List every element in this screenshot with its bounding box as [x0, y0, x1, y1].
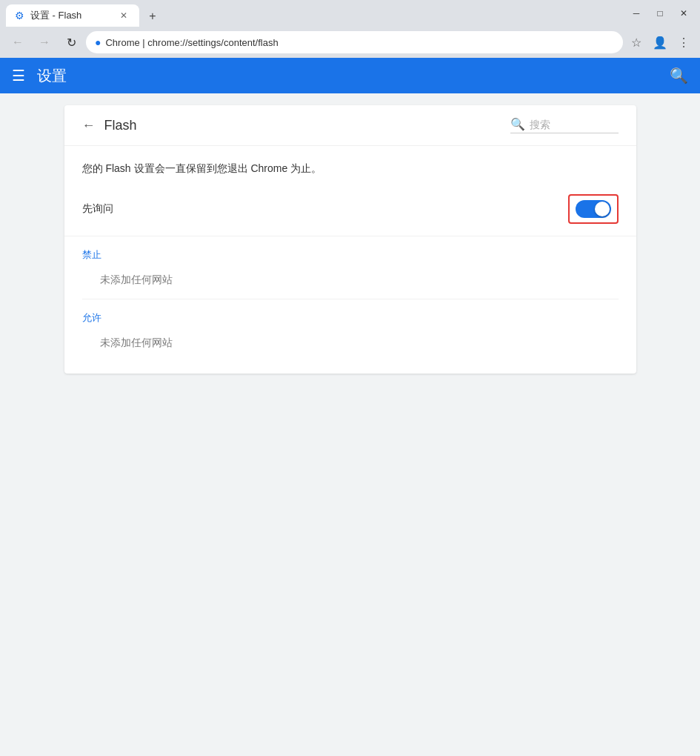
header-search-icon[interactable]: 🔍	[670, 67, 688, 84]
title-bar: ⚙ 设置 - Flash ✕ + ─ □ ✕	[0, 0, 700, 27]
brand-text: Chrome	[105, 37, 139, 48]
search-icon: 🔍	[510, 117, 525, 131]
close-button[interactable]: ✕	[673, 3, 694, 24]
address-text: Chrome | chrome://settings/content/flash	[105, 37, 278, 48]
flash-card: ← Flash 🔍 您的 Flash 设置会一直保留到您退出 Chrome 为止…	[64, 105, 636, 374]
tab-title: 设置 - Flash	[30, 9, 81, 22]
block-empty-state: 未添加任何网站	[64, 268, 636, 299]
address-row: ← → ↻ ● Chrome | chrome://settings/conte…	[0, 27, 700, 58]
header-title: 设置	[37, 66, 67, 86]
back-button[interactable]: ←	[82, 118, 96, 133]
active-tab[interactable]: ⚙ 设置 - Flash ✕	[6, 4, 139, 27]
flash-card-header: ← Flash 🔍	[64, 105, 636, 146]
minimize-button[interactable]: ─	[626, 3, 647, 24]
profile-button[interactable]: 👤	[650, 32, 670, 53]
allow-empty-state: 未添加任何网站	[64, 331, 636, 362]
content-panel: ← Flash 🔍 您的 Flash 设置会一直保留到您退出 Chrome 为止…	[0, 93, 700, 756]
maximize-button[interactable]: □	[650, 3, 670, 24]
close-tab-icon[interactable]: ✕	[117, 9, 130, 22]
chrome-settings-header: ☰ 设置 🔍	[0, 58, 700, 93]
back-nav-button[interactable]: ←	[6, 30, 30, 54]
gear-icon: ⚙	[15, 10, 24, 21]
security-icon: ●	[95, 36, 101, 48]
forward-nav-button[interactable]: →	[33, 30, 56, 54]
content-area: ← Flash 🔍 您的 Flash 设置会一直保留到您退出 Chrome 为止…	[0, 93, 700, 756]
browser-window: ⚙ 设置 - Flash ✕ + ─ □ ✕ ← → ↻ ● Chrome | …	[0, 0, 700, 756]
window-controls: ─ □ ✕	[626, 3, 694, 24]
tab-bar: ⚙ 设置 - Flash ✕ +	[6, 0, 626, 27]
new-tab-button[interactable]: +	[142, 6, 163, 27]
allow-section: 允许 未添加任何网站	[64, 299, 636, 374]
toggle-highlight	[568, 194, 619, 224]
flash-page-title: Flash	[104, 118, 137, 133]
search-section: 🔍	[510, 117, 619, 133]
menu-button[interactable]: ⋮	[673, 32, 694, 53]
address-bar[interactable]: ● Chrome | chrome://settings/content/fla…	[86, 31, 623, 53]
allow-section-header: 允许	[64, 299, 636, 331]
ask-first-label: 先询问	[82, 202, 113, 216]
ask-first-row: 先询问	[64, 188, 636, 236]
settings-page: ← Flash 🔍 您的 Flash 设置会一直保留到您退出 Chrome 为止…	[47, 105, 654, 374]
ask-first-toggle[interactable]	[576, 200, 611, 218]
block-section-header: 禁止	[64, 236, 636, 268]
search-input[interactable]	[530, 119, 619, 130]
toggle-knob	[595, 202, 610, 216]
hamburger-icon[interactable]: ☰	[12, 67, 25, 84]
reload-button[interactable]: ↻	[59, 30, 83, 54]
info-text: 您的 Flash 设置会一直保留到您退出 Chrome 为止。	[64, 146, 636, 188]
url-text: chrome://settings/content/flash	[147, 37, 278, 48]
bookmark-button[interactable]: ☆	[626, 32, 647, 53]
